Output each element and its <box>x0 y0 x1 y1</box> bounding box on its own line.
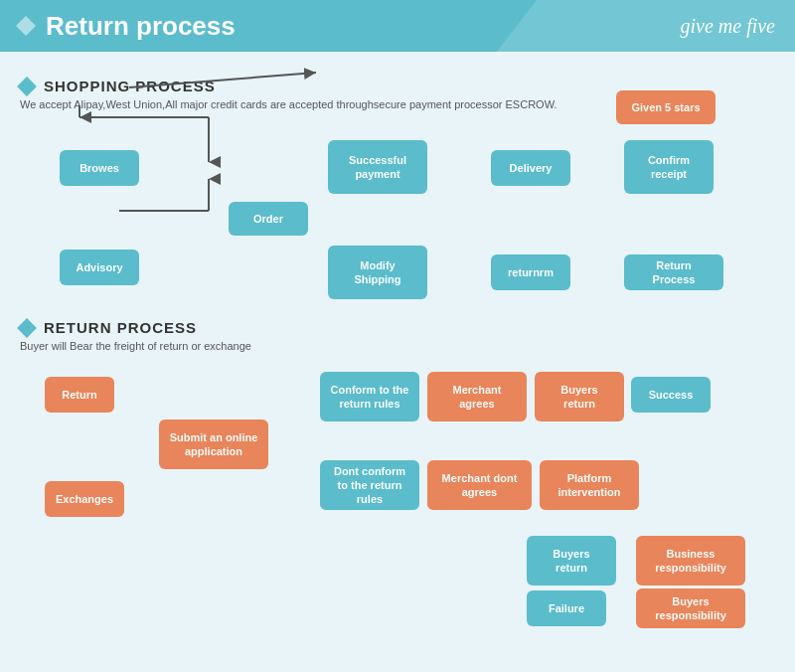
box-failure: Failure <box>527 590 606 626</box>
box-buyers-return1: Buyers return <box>535 372 624 421</box>
shopping-diagram: Browes Successful payment Delivery Confi… <box>30 120 775 319</box>
box-return-process: Return Process <box>624 254 723 290</box>
box-returnrm: returnrm <box>491 254 570 290</box>
box-given-5-stars: Given 5 stars <box>616 90 716 124</box>
box-submit-online: Submit an online application <box>159 420 268 469</box>
box-exchanges: Exchanges <box>45 481 124 517</box>
page-title: Return process <box>46 11 236 42</box>
box-merchant-agrees: Merchant agrees <box>427 372 527 421</box>
svg-marker-0 <box>16 16 36 36</box>
box-dont-conform: Dont conform to the return rules <box>320 460 419 510</box>
box-successful-payment: Successful payment <box>328 140 427 194</box>
box-conform-rules: Conform to the return rules <box>320 372 419 421</box>
box-merchant-dont: Merchant dont agrees <box>427 460 532 510</box>
section-diamond-icon <box>17 77 37 96</box>
box-browes: Browes <box>60 150 139 186</box>
box-platform: Platform intervention <box>540 460 639 510</box>
box-success: Success <box>631 377 711 413</box>
box-return: Return <box>45 377 114 413</box>
box-confirm-receipt: Confirm receipt <box>624 140 714 194</box>
box-delivery: Delivery <box>491 150 570 186</box>
box-order: Order <box>229 202 308 236</box>
shopping-section-title: SHOPPING PROCESS <box>44 78 216 94</box>
page-header: Return process give me five <box>0 0 795 52</box>
return-section-diamond-icon <box>17 318 37 338</box>
header-logo: give me five <box>681 15 776 38</box>
box-modify-shipping: Modify Shipping <box>328 246 427 299</box>
box-advisory: Advisory <box>60 250 139 285</box>
return-subtitle: Buyer will Bear the freight of return or… <box>20 340 775 352</box>
return-section-header: RETURN PROCESS <box>20 319 775 336</box>
box-buyers-resp: Buyers responsibility <box>636 588 745 628</box>
return-diagram: Return Exchanges Submit an online applic… <box>30 362 775 630</box>
box-buyers-return2: Buyers return <box>527 536 616 586</box>
main-content: SHOPPING PROCESS We accept Alipay,West U… <box>0 52 795 646</box>
return-section-title: RETURN PROCESS <box>44 319 197 336</box>
header-diamond-icon <box>16 16 36 36</box>
box-business-resp: Business responsibility <box>636 536 745 586</box>
